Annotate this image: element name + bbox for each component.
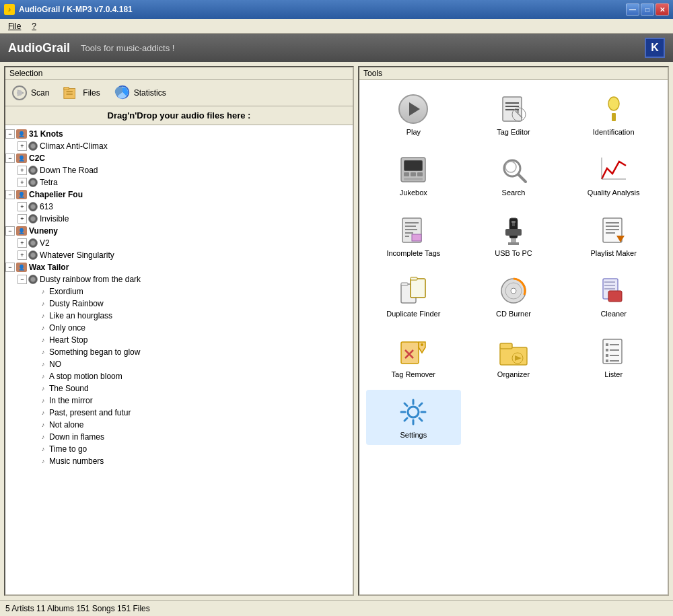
svg-rect-41 [511, 221, 516, 223]
tree-expand[interactable]: + [17, 202, 27, 211]
tree-item[interactable]: +V2 [5, 237, 353, 249]
tree-item[interactable]: ♪Dusty Rainbow [5, 298, 353, 310]
menu-file[interactable]: File [3, 20, 26, 32]
svg-rect-45 [606, 229, 619, 230]
tool-playlist-maker[interactable]: Playlist Maker [566, 208, 661, 263]
song-icon: ♪ [39, 300, 47, 308]
search-icon [497, 153, 530, 186]
jukebox-label: Jukebox [400, 189, 427, 197]
tool-jukebox[interactable]: Jukebox [366, 147, 461, 203]
tree-expand[interactable]: + [17, 250, 27, 260]
statistics-icon [114, 84, 131, 102]
tool-duplicate-finder[interactable]: Duplicate Finder [366, 269, 461, 324]
tools-grid: Play Tag Editor Identification Jukebox S… [359, 80, 668, 452]
tag-remover-label: Tag Remover [392, 370, 435, 378]
svg-line-85 [404, 418, 407, 421]
maximize-button[interactable]: □ [641, 3, 654, 15]
svg-rect-56 [604, 285, 615, 286]
tool-quality-analysis[interactable]: Quality Analysis [566, 147, 661, 203]
song-icon: ♪ [39, 287, 47, 296]
tree-item[interactable]: ♪A stop motion bloom [5, 370, 353, 382]
tree-expand[interactable]: − [5, 263, 15, 272]
scan-button[interactable]: Scan [11, 84, 49, 102]
tree-expand[interactable]: − [5, 190, 15, 199]
tool-cleaner[interactable]: Cleaner [566, 269, 661, 324]
tool-tag-remover[interactable]: Tag Remover [366, 329, 461, 384]
tree-item[interactable]: ♪Heart Stop [5, 334, 353, 346]
tree-expand[interactable]: + [17, 141, 27, 151]
statistics-button[interactable]: Statistics [114, 84, 166, 102]
tool-usb-to-pc[interactable]: USB To PC [466, 208, 561, 263]
tree-item[interactable]: ♪Down in flames [5, 431, 353, 443]
tool-search[interactable]: Search [466, 147, 561, 203]
album-name: V2 [40, 238, 50, 248]
tree-item[interactable]: ♪The Sound [5, 382, 353, 395]
main-content: Selection Scan [0, 62, 673, 600]
tree-item[interactable]: +Whatever Singularity [5, 249, 353, 261]
identification-label: Identification [593, 128, 635, 136]
minimize-button[interactable]: — [626, 3, 639, 15]
tree-expand[interactable]: + [17, 178, 27, 187]
tree-item[interactable]: +Tetra [5, 176, 353, 189]
tree-item[interactable]: −👤Chapelier Fou [5, 189, 353, 201]
svg-rect-33 [405, 232, 413, 234]
tool-organizer[interactable]: Organizer [466, 329, 561, 384]
tree-item[interactable]: ♪Something began to glow [5, 346, 353, 358]
tree-item[interactable]: +Down The Road [5, 164, 353, 176]
tool-tag-editor[interactable]: Tag Editor [466, 87, 561, 142]
svg-rect-21 [411, 172, 416, 176]
tree-item[interactable]: ♪Music numbers [5, 455, 353, 467]
song-name: Time to go [49, 444, 87, 454]
song-name: Only once [49, 323, 85, 333]
files-button[interactable]: Files [63, 84, 100, 102]
tree-item[interactable]: ♪Not alone [5, 419, 353, 431]
tree-item[interactable]: +613 [5, 201, 353, 213]
song-icon: ♪ [39, 324, 47, 332]
tree-item[interactable]: ♪Like an hourglass [5, 310, 353, 322]
tool-identification[interactable]: Identification [566, 87, 661, 142]
tree-item[interactable]: −👤31 Knots [5, 128, 353, 140]
close-button[interactable]: ✕ [656, 3, 669, 15]
tool-settings[interactable]: Settings [366, 390, 461, 445]
svg-rect-23 [404, 178, 423, 180]
app-icon: ♪ [4, 4, 15, 15]
svg-point-25 [505, 162, 516, 172]
tree-item[interactable]: −👤C2C [5, 152, 353, 164]
tree-item[interactable]: ♪Only once [5, 322, 353, 334]
song-name: A stop motion bloom [49, 372, 122, 381]
tree-item[interactable]: −👤Vuneny [5, 225, 353, 237]
svg-line-82 [404, 403, 407, 406]
song-name: Something began to glow [49, 347, 140, 357]
tree-expand[interactable]: + [17, 214, 27, 224]
incomplete-tags-label: Incomplete Tags [386, 249, 440, 257]
svg-line-26 [518, 174, 526, 182]
title-bar: ♪ AudioGrail / K-MP3 v7.0.4.181 — □ ✕ [0, 0, 673, 19]
album-icon [28, 141, 38, 151]
tree-item[interactable]: −Dusty rainbow from the dark [5, 273, 353, 285]
tool-lister[interactable]: Lister [566, 329, 661, 384]
tree-expand[interactable]: − [5, 226, 15, 236]
tree-container[interactable]: −👤31 Knots+Climax Anti-Climax−👤C2C+Down … [5, 125, 353, 594]
tool-cd-burner[interactable]: CD Burner [466, 269, 561, 324]
statistics-label: Statistics [134, 88, 166, 98]
tree-expand[interactable]: + [17, 166, 27, 175]
tree-item[interactable]: −👤Wax Tailor [5, 261, 353, 273]
album-icon [28, 238, 38, 248]
tree-item[interactable]: ♪In the mirror [5, 395, 353, 407]
tree-item[interactable]: ♪Exordium [5, 285, 353, 298]
tree-expand[interactable]: − [5, 129, 15, 139]
tree-expand[interactable]: + [17, 238, 27, 248]
tree-expand[interactable]: − [5, 153, 15, 163]
tree-item[interactable]: ♪NO [5, 358, 353, 370]
album-name: Dusty rainbow from the dark [40, 275, 141, 284]
tag-editor-icon [497, 93, 530, 125]
tool-incomplete-tags[interactable]: Incomplete Tags [366, 208, 461, 263]
tool-play[interactable]: Play [366, 87, 461, 142]
tree-item[interactable]: ♪Time to go [5, 443, 353, 455]
tree-item[interactable]: +Climax Anti-Climax [5, 140, 353, 152]
menu-help[interactable]: ? [26, 20, 42, 32]
svg-rect-35 [412, 234, 421, 241]
tree-item[interactable]: +Invisible [5, 213, 353, 225]
tree-item[interactable]: ♪Past, present and futur [5, 407, 353, 419]
tree-expand[interactable]: − [17, 275, 27, 284]
